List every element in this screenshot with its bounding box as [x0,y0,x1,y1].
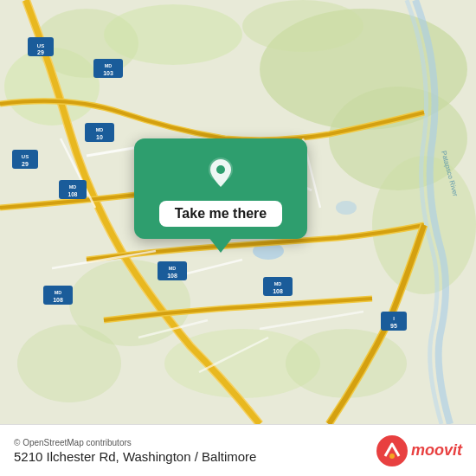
svg-text:29: 29 [22,161,29,167]
svg-text:108: 108 [68,191,78,197]
svg-text:108: 108 [53,297,63,303]
address-text: 5210 Ilchester Rd, Washington / Baltimor… [14,449,256,464]
map-container: US 29 MD 103 MD 10 MD 108 US 29 MD 103 M… [0,0,476,424]
svg-text:MD: MD [69,184,77,190]
svg-point-11 [286,329,407,398]
footer: © OpenStreetMap contributors 5210 Ilches… [0,424,476,476]
svg-text:108: 108 [167,273,177,279]
svg-text:103: 103 [103,70,113,76]
popup-card[interactable]: Take me there [134,138,307,239]
svg-point-13 [336,201,357,215]
take-me-there-button[interactable]: Take me there [159,201,282,227]
moovit-logo: moovit [376,435,462,466]
location-pin-icon [202,154,240,192]
svg-text:29: 29 [37,49,44,55]
svg-text:95: 95 [390,323,397,329]
moovit-label: moovit [411,441,462,460]
svg-point-10 [17,325,121,402]
svg-point-48 [389,453,395,459]
moovit-icon [376,435,408,466]
svg-point-47 [376,435,408,466]
svg-text:MD: MD [96,127,104,132]
svg-text:10: 10 [96,134,103,140]
footer-left: © OpenStreetMap contributors 5210 Ilches… [14,438,256,464]
svg-text:MD: MD [274,281,282,286]
svg-text:US: US [22,154,29,159]
svg-text:108: 108 [273,288,283,294]
svg-text:MD: MD [55,290,62,295]
svg-text:MD: MD [105,63,113,68]
svg-text:US: US [37,43,44,48]
svg-point-7 [242,0,363,52]
svg-text:MD: MD [169,266,177,271]
osm-credit: © OpenStreetMap contributors [14,438,256,447]
svg-point-46 [216,165,225,174]
svg-point-6 [104,4,242,65]
